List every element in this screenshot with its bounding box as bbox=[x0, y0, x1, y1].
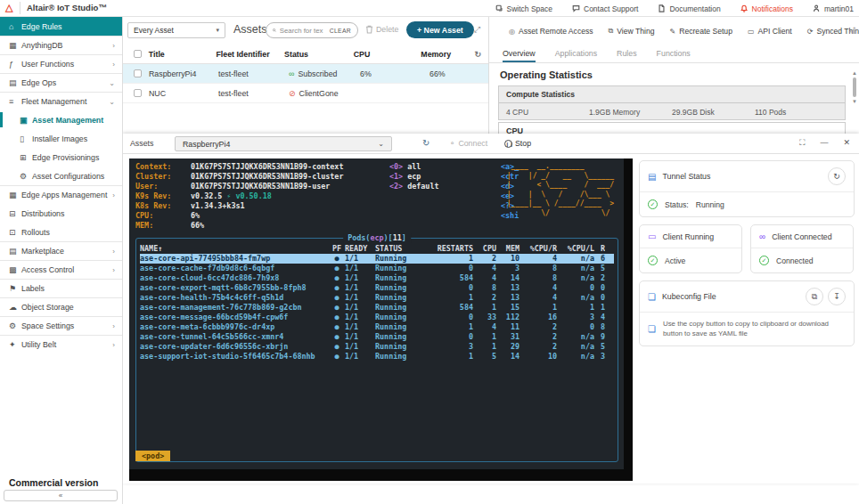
terminal-refresh-icon[interactable]: ↻ bbox=[422, 138, 430, 148]
toolbar-asset-remote-access[interactable]: ◎Asset Remote Access bbox=[509, 27, 593, 36]
sidebar-item-edge-rules[interactable]: ⌂Edge Rules bbox=[0, 17, 122, 36]
copy-button[interactable]: ⧉ bbox=[806, 288, 823, 305]
scroll-up-icon[interactable]: ▲ bbox=[851, 70, 858, 76]
pod-r: 0 bbox=[594, 293, 605, 303]
k9s-terminal[interactable]: Context:01KG7PS7STJJQKX6DR53NN1B99-conte… bbox=[129, 159, 624, 469]
sidebar-item-space-settings[interactable]: ⚙Space Settings› bbox=[0, 316, 122, 335]
topnav-contact-support[interactable]: Contact Support bbox=[572, 4, 638, 13]
sidebar-item-asset-management[interactable]: ▣Asset Management bbox=[0, 110, 122, 129]
scroll-thumb[interactable] bbox=[853, 77, 856, 97]
sidebar-collapse-button[interactable]: « bbox=[4, 490, 118, 501]
remote-access-window: Assets RaspberryPi4 ⌄ ↻ ⚬ Connect ❙❙ Sto… bbox=[123, 134, 859, 484]
view-thing-icon: ⧉ bbox=[609, 27, 614, 36]
detail-scrollbar[interactable]: ▲ ▼ bbox=[851, 70, 858, 129]
sidebar-item-rollouts[interactable]: ⊡Rollouts bbox=[0, 223, 122, 241]
pod-cpul: n/a bbox=[557, 264, 594, 273]
toolbar-recreate-setup[interactable]: ✎Recreate Setup bbox=[670, 27, 732, 36]
client-connected-card: ∞ Client Connected ✓ Connected bbox=[750, 224, 854, 273]
search-clear-button[interactable]: CLEAR bbox=[330, 28, 351, 34]
utility-belt-icon: ✦ bbox=[9, 340, 21, 349]
kubeconfig-description: Use the copy button to copy to clipboard… bbox=[663, 320, 846, 338]
sidebar-item-installer-images[interactable]: ▯Installer Images bbox=[0, 129, 122, 148]
row-checkbox[interactable] bbox=[134, 69, 142, 77]
pod-mem: 14 bbox=[496, 352, 519, 362]
topnav-martin01[interactable]: martin01 bbox=[813, 4, 854, 13]
pod-cpu: 8 bbox=[473, 283, 496, 293]
download-button[interactable]: ↧ bbox=[828, 288, 846, 305]
pod-restarts: 1 bbox=[427, 254, 473, 264]
sidebar-item-label: User Functions bbox=[21, 60, 74, 69]
delete-asset-button[interactable]: Delete bbox=[365, 25, 398, 34]
row-checkbox[interactable] bbox=[134, 89, 142, 97]
pod-name: ase-core-message-66bcd59b4f-cpw6f bbox=[140, 313, 329, 322]
sidebar-item-distributions[interactable]: ⊟Distributions bbox=[0, 204, 122, 223]
recreate-setup-icon: ✎ bbox=[670, 28, 676, 36]
toolbar-view-thing[interactable]: ⧉View Thing bbox=[609, 27, 655, 36]
new-asset-button[interactable]: + New Asset bbox=[406, 21, 474, 38]
compute-statistics-values: 4 CPU1.9GB Memory29.9GB Disk110 Pods bbox=[499, 103, 845, 121]
sidebar-item-access-control[interactable]: ▩Access Control› bbox=[0, 260, 122, 279]
pod-r: 6 bbox=[594, 254, 605, 264]
close-icon[interactable]: ✕ bbox=[843, 138, 850, 148]
select-all-checkbox[interactable] bbox=[134, 50, 142, 58]
sidebar-item-anythingdb[interactable]: ▦AnythingDB› bbox=[0, 36, 122, 54]
topnav-notifications[interactable]: Notifications bbox=[740, 4, 793, 13]
sidebar-item-edge-provisionings[interactable]: ⊞Edge Provisionings bbox=[0, 148, 122, 167]
k9s-namespace-hotkeys: <0> all<1> ecp<2> default bbox=[389, 162, 501, 231]
compute-stat: 4 CPU bbox=[506, 108, 589, 117]
asset-filter-select[interactable]: Every Asset ▾ bbox=[127, 22, 225, 38]
pod-pf: ● bbox=[329, 273, 345, 283]
pod-row[interactable]: ase-support-iot-studio-5f6465c7b4-68nhb●… bbox=[140, 352, 614, 362]
toolbar-api-client[interactable]: ▭API Client bbox=[748, 27, 792, 36]
assets-expand-icon[interactable]: ⤢ bbox=[474, 25, 480, 35]
tab-rules[interactable]: Rules bbox=[617, 45, 637, 62]
pod-mem: 112 bbox=[496, 313, 519, 322]
terminal-asset-select[interactable]: RaspberryPi4 ⌄ bbox=[175, 136, 392, 151]
sidebar-item-object-storage[interactable]: ☁Object Storage bbox=[0, 297, 122, 316]
table-refresh-icon[interactable]: ↻ bbox=[474, 50, 481, 59]
table-row[interactable]: NUCtest-fleet⊘ClientGone bbox=[123, 84, 488, 103]
detail-expand-icon[interactable]: ⤢ bbox=[850, 26, 855, 35]
sidebar-item-fleet-management[interactable]: ≡Fleet Management⌄ bbox=[0, 92, 122, 110]
anythingdb-icon: ▦ bbox=[9, 41, 21, 50]
pod-ready: 1/1 bbox=[345, 313, 375, 322]
topnav-documentation[interactable]: Documentation bbox=[658, 4, 720, 13]
topnav-switch-space[interactable]: Switch Space bbox=[495, 4, 553, 13]
terminal-scrollbar[interactable] bbox=[624, 159, 633, 481]
space-settings-icon: ⚙ bbox=[9, 321, 21, 330]
sidebar-item-asset-configurations[interactable]: ⚙Asset Configurations bbox=[0, 167, 122, 185]
fullscreen-icon[interactable]: ⛶ bbox=[799, 138, 805, 148]
sidebar-item-edge-ops[interactable]: ▤Edge Ops⌄ bbox=[0, 73, 122, 92]
pod-r: 8 bbox=[594, 322, 605, 332]
minimize-icon[interactable]: — bbox=[820, 138, 828, 148]
table-row[interactable]: RaspberryPi4test-fleet∞Subscribed6%66% bbox=[123, 64, 488, 84]
pod-row[interactable]: ase-core-management-76c778b869-g2cbn●1/1… bbox=[140, 303, 614, 313]
stop-button[interactable]: ❙❙ Stop bbox=[504, 139, 531, 148]
pod-row[interactable]: ase-core-message-66bcd59b4f-cpw6f●1/1Run… bbox=[140, 313, 614, 322]
sidebar-item-edge-apps-management[interactable]: ▦Edge Apps Management› bbox=[0, 185, 122, 204]
pod-row[interactable]: ase-core-api-77495bbb84-fm7wp●1/1Running… bbox=[140, 254, 614, 264]
chevron-icon: ⌄ bbox=[109, 98, 115, 106]
pod-row[interactable]: ase-core-tunnel-64c5b566cc-xmnr4●1/1Runn… bbox=[140, 332, 614, 342]
tab-overview[interactable]: Overview bbox=[503, 45, 536, 62]
tab-functions[interactable]: Functions bbox=[657, 45, 691, 62]
tab-applications[interactable]: Applications bbox=[555, 45, 597, 62]
search-input[interactable] bbox=[280, 27, 326, 35]
tunnel-status-label: Status: bbox=[665, 200, 689, 209]
pod-row[interactable]: ase-core-cache-f7db9d8c6-6qbgf●1/1Runnin… bbox=[140, 264, 614, 273]
pod-row[interactable]: ase-core-health-75b4c4c6ff-q5h1d●1/1Runn… bbox=[140, 293, 614, 303]
scroll-down-icon[interactable]: ▼ bbox=[851, 99, 858, 104]
client-connected-title: Client Connected bbox=[772, 232, 831, 241]
pod-row[interactable]: ase-core-export-mqtt-6b8c7955bb-8fph8●1/… bbox=[140, 283, 614, 293]
sidebar-item-utility-belt[interactable]: ✦Utility Belt› bbox=[0, 335, 122, 354]
connect-button[interactable]: ⚬ Connect bbox=[449, 139, 487, 148]
sidebar-item-user-functions[interactable]: ƒUser Functions› bbox=[0, 54, 122, 73]
k9s-ns-hotkey: <1> ecp bbox=[389, 172, 501, 182]
pod-row[interactable]: ase-core-meta-6cbbb9976c-dr4xp●1/1Runnin… bbox=[140, 322, 614, 332]
tunnel-refresh-button[interactable]: ↻ bbox=[828, 167, 846, 185]
sidebar-item-marketplace[interactable]: ▤Marketplace› bbox=[0, 241, 122, 260]
info-upgrade: ⚡ v0.50.18 bbox=[222, 191, 271, 200]
pod-row[interactable]: ase-core-updater-6d6c96556c-xbrjn●1/1Run… bbox=[140, 342, 614, 352]
sidebar-item-labels[interactable]: ⚑Labels bbox=[0, 279, 122, 297]
pod-row[interactable]: ase-core-cloud-6cc47dc886-7h9x8●1/1Runni… bbox=[140, 273, 614, 283]
